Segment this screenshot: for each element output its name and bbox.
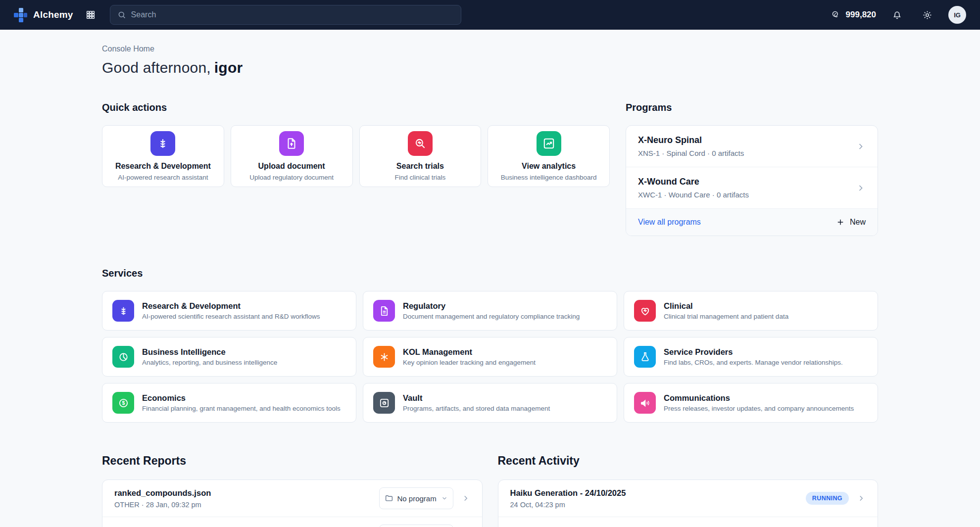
search-bar[interactable] [110,5,461,25]
service-name: Business Intelligence [142,347,277,357]
program-name: X-Neuro Spinal [638,135,744,145]
activity-row[interactable]: ADMET Physicochemical Analysis - 10/13/2… [498,517,878,527]
user-avatar[interactable]: IG [948,6,966,24]
service-description: Clinical trial management and patient da… [664,313,788,320]
quick-actions-title: Quick actions [102,102,610,113]
service-name: Service Providers [664,347,843,357]
service-name: Communications [664,393,854,403]
recent-reports-title: Recent Reports [102,454,483,468]
quick-actions-section: Quick actions Research & Development AI-… [102,102,610,236]
asterisk-spark-icon [373,346,395,368]
service-service-providers[interactable]: Service Providers Find labs, CROs, and e… [624,337,878,377]
quick-action-view-analytics[interactable]: View analytics Business intelligence das… [488,125,610,187]
services-section: Services Research & Development AI-power… [102,268,878,423]
report-row[interactable]: canvas.json OTHER · 28 Jan, 09:32 pm No … [102,517,482,527]
program-select-dropdown[interactable]: No program [379,487,453,509]
credits-value: 999,820 [846,10,876,20]
apps-grid-icon[interactable] [81,5,100,24]
search-icon [117,10,126,19]
service-description: AI-powered scientific research assistant… [142,313,320,320]
new-program-label: New [850,218,866,227]
services-title: Services [102,268,878,279]
quick-action-label: Upload document [258,162,325,171]
greeting-prefix: Good afternoon, [102,59,211,76]
service-name: KOL Management [403,347,536,357]
activity-row[interactable]: Haiku Generation - 24/10/2025 24 Oct, 04… [498,480,878,517]
breadcrumb: Console Home [102,45,878,53]
top-navbar: Alchemy 999,820 IG [0,0,980,30]
quick-action-description: Find clinical trials [394,174,445,181]
service-regulatory[interactable]: Regulatory Document management and regul… [363,291,617,331]
activity-name: Haiku Generation - 24/10/2025 [510,488,626,498]
notifications-bell-icon[interactable] [888,6,906,24]
pie-chart-icon [112,346,134,368]
service-name: Research & Development [142,301,320,311]
service-clinical[interactable]: Clinical Clinical trial management and p… [624,291,878,331]
chevron-right-icon[interactable] [856,142,866,151]
chevron-down-icon [441,495,448,502]
circle-dollar-icon: $ [112,392,134,414]
alchemy-logo-icon [14,8,28,22]
report-name: canvas.json [114,526,201,527]
greeting-username: igor [214,59,243,76]
quick-action-description: Business intelligence dashboard [501,174,597,181]
programs-section: Programs X-Neuro Spinal XNS-1 · Spinal C… [626,102,878,236]
megaphone-icon [634,392,656,414]
service-description: Document management and regulatory compl… [403,313,580,320]
report-meta: OTHER · 28 Jan, 09:32 pm [114,501,211,509]
service-description: Key opinion leader tracking and engageme… [403,359,536,366]
service-description: Programs, artifacts, and stored data man… [403,405,550,412]
service-description: Find labs, CROs, and experts. Manage ven… [664,359,843,366]
chevron-right-icon[interactable] [856,183,866,193]
service-description: Financial planning, grant management, an… [142,405,341,412]
view-all-programs-link[interactable]: View all programs [638,218,701,227]
quick-action-label: View analytics [522,162,576,171]
coins-icon [831,10,841,20]
recent-activity-title: Recent Activity [498,454,879,468]
chevron-right-icon[interactable] [461,494,470,503]
quick-action-search-trials[interactable]: Search trials Find clinical trials [359,125,482,187]
brand-home-link[interactable]: Alchemy [14,8,73,22]
program-meta: XNS-1 · Spinal Cord · 0 artifacts [638,149,744,157]
quick-action-description: Upload regulatory document [249,174,334,181]
svg-text:$: $ [122,400,125,406]
caduceus-icon [150,131,175,156]
service-economics[interactable]: $ Economics Financial planning, grant ma… [102,383,356,423]
quick-action-description: AI-powered research assistant [118,174,208,181]
file-upload-icon [279,131,304,156]
quick-action-label: Research & Development [115,162,211,171]
search-pulse-icon [408,131,433,156]
service-kol-management[interactable]: KOL Management Key opinion leader tracki… [363,337,617,377]
document-icon [373,300,395,322]
service-name: Regulatory [403,301,580,311]
new-program-button[interactable]: New [836,218,866,227]
flask-icon [634,346,656,368]
heart-pulse-icon [634,300,656,322]
service-name: Economics [142,393,341,403]
service-name: Vault [403,393,550,403]
quick-action-upload-document[interactable]: Upload document Upload regulatory docume… [231,125,353,187]
service-communications[interactable]: Communications Press releases, investor … [624,383,878,423]
program-row-x-wound-care[interactable]: X-Wound Care XWC-1 · Wound Care · 0 arti… [626,167,878,209]
settings-gear-icon[interactable] [918,6,936,24]
service-business-intelligence[interactable]: Business Intelligence Analytics, reporti… [102,337,356,377]
recent-reports-section: Recent Reports ranked_compounds.json OTH… [102,454,483,527]
service-research-development[interactable]: Research & Development AI-powered scient… [102,291,356,331]
service-vault[interactable]: Vault Programs, artifacts, and stored da… [363,383,617,423]
plus-icon [836,218,845,227]
program-select-dropdown[interactable]: No program [379,525,453,527]
program-name: X-Wound Care [638,177,749,187]
program-row-x-neuro-spinal[interactable]: X-Neuro Spinal XNS-1 · Spinal Cord · 0 a… [626,126,878,167]
recent-activity-section: Recent Activity Haiku Generation - 24/10… [498,454,879,527]
analytics-chart-icon [537,131,561,156]
report-row[interactable]: ranked_compounds.json OTHER · 28 Jan, 09… [102,480,482,517]
chevron-right-icon[interactable] [857,494,866,503]
quick-action-research-development[interactable]: Research & Development AI-powered resear… [102,125,224,187]
credits-counter[interactable]: 999,820 [831,10,876,20]
search-input[interactable] [131,10,454,19]
report-name: ranked_compounds.json [114,488,211,498]
service-description: Press releases, investor updates, and co… [664,405,854,412]
quick-action-label: Search trials [396,162,444,171]
vault-safe-icon [373,392,395,414]
program-select-value: No program [397,494,437,503]
